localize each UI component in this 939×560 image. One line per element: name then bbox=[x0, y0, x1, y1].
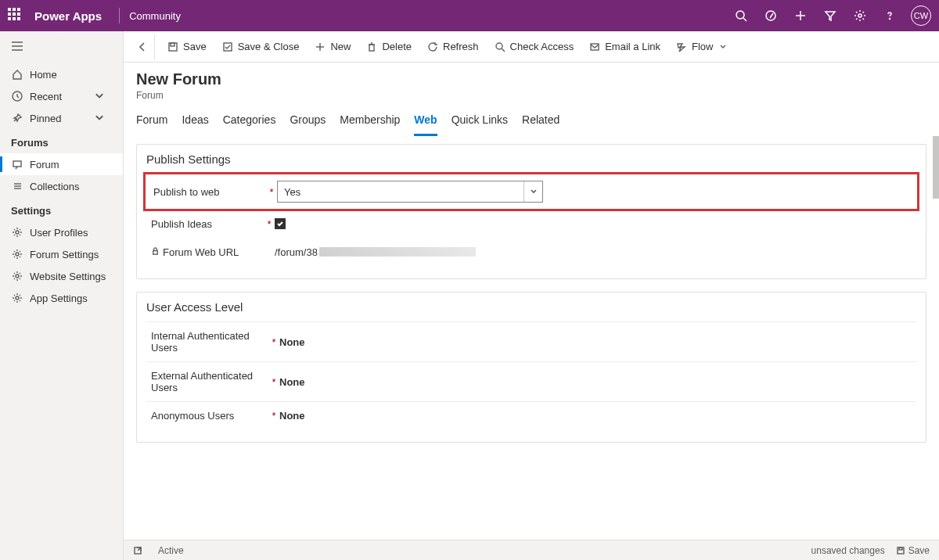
sidebar-group-forums: Forums bbox=[0, 129, 123, 153]
lock-icon bbox=[151, 246, 160, 258]
redacted-text bbox=[319, 247, 476, 257]
hamburger-icon[interactable] bbox=[0, 31, 123, 63]
plus-icon bbox=[315, 41, 326, 52]
brand-label: Power Apps bbox=[34, 9, 102, 23]
save-close-button[interactable]: Save & Close bbox=[214, 34, 308, 59]
cmd-label: Flow bbox=[692, 41, 713, 52]
record-state: Active bbox=[158, 545, 184, 556]
save-button[interactable]: Save bbox=[160, 34, 214, 59]
gear-icon bbox=[11, 270, 23, 282]
status-save-button[interactable]: Save bbox=[896, 545, 930, 556]
chevron-down-icon bbox=[718, 41, 729, 52]
svg-rect-20 bbox=[171, 43, 174, 46]
delete-button[interactable]: Delete bbox=[358, 34, 419, 59]
svg-point-2 bbox=[766, 11, 775, 20]
sidebar-group-settings: Settings bbox=[0, 197, 123, 221]
svg-point-17 bbox=[16, 275, 19, 278]
list-icon bbox=[11, 180, 23, 192]
main-region: Save Save & Close New Delete Refresh Che… bbox=[124, 31, 939, 560]
cmd-label: Save & Close bbox=[238, 41, 300, 52]
gear-icon bbox=[11, 226, 23, 239]
user-avatar[interactable]: CW bbox=[911, 5, 931, 26]
app-launcher-icon[interactable] bbox=[8, 8, 23, 23]
environment-label[interactable]: Community bbox=[129, 10, 181, 22]
back-button[interactable] bbox=[130, 34, 155, 59]
flow-icon bbox=[676, 41, 687, 52]
section-title: Publish Settings bbox=[146, 153, 916, 166]
sidebar-item-app-settings[interactable]: App Settings bbox=[0, 287, 123, 309]
scrollbar[interactable] bbox=[933, 136, 939, 199]
anon-users-label: Anonymous Users bbox=[151, 410, 268, 422]
select-value: Yes bbox=[284, 186, 300, 198]
gear-icon bbox=[11, 248, 23, 260]
sidebar-item-website-settings[interactable]: Website Settings bbox=[0, 265, 123, 287]
sidebar-label: Forum Settings bbox=[30, 249, 99, 260]
tab-membership[interactable]: Membership bbox=[340, 113, 400, 136]
svg-point-15 bbox=[16, 231, 19, 234]
publish-to-web-select[interactable]: Yes bbox=[277, 181, 543, 203]
tab-related[interactable]: Related bbox=[522, 113, 559, 136]
settings-icon[interactable] bbox=[847, 0, 873, 31]
help-icon[interactable] bbox=[876, 0, 903, 31]
tab-forum[interactable]: Forum bbox=[136, 113, 167, 136]
svg-rect-33 bbox=[898, 547, 904, 554]
top-bar: Power Apps Community CW bbox=[0, 0, 939, 31]
sidebar-item-forum[interactable]: Forum bbox=[0, 153, 123, 175]
svg-rect-24 bbox=[369, 45, 374, 51]
new-button[interactable]: New bbox=[307, 34, 358, 59]
publish-ideas-label: Publish Ideas bbox=[146, 218, 264, 230]
refresh-icon bbox=[427, 41, 438, 52]
tab-ideas[interactable]: Ideas bbox=[182, 113, 208, 136]
sidebar-item-forum-settings[interactable]: Forum Settings bbox=[0, 243, 123, 265]
filter-icon[interactable] bbox=[817, 0, 844, 31]
forum-web-url-label: Forum Web URL bbox=[146, 246, 264, 258]
sidebar-label: Website Settings bbox=[30, 271, 106, 282]
sidebar-item-collections[interactable]: Collections bbox=[0, 175, 123, 197]
clock-icon bbox=[11, 90, 23, 102]
internal-users-value[interactable]: None bbox=[279, 336, 305, 348]
email-link-button[interactable]: Email a Link bbox=[581, 34, 668, 59]
tab-categories[interactable]: Categories bbox=[223, 113, 276, 136]
unsaved-changes-label: unsaved changes bbox=[811, 545, 885, 556]
add-icon[interactable] bbox=[787, 0, 814, 31]
search-icon[interactable] bbox=[728, 0, 754, 31]
publish-settings-section: Publish Settings Publish to web * Yes bbox=[136, 144, 926, 279]
check-access-button[interactable]: Check Access bbox=[487, 34, 582, 59]
highlighted-field: Publish to web * Yes bbox=[143, 172, 919, 211]
svg-point-6 bbox=[890, 19, 890, 20]
svg-line-28 bbox=[502, 48, 505, 52]
target-icon[interactable] bbox=[757, 0, 784, 31]
chevron-down-icon bbox=[93, 112, 106, 124]
svg-point-18 bbox=[16, 296, 19, 300]
flow-button[interactable]: Flow bbox=[668, 34, 736, 59]
svg-point-27 bbox=[496, 43, 502, 49]
page-subtitle: Forum bbox=[136, 90, 926, 101]
sidebar-item-home[interactable]: Home bbox=[0, 63, 123, 85]
refresh-button[interactable]: Refresh bbox=[419, 34, 487, 59]
external-users-value[interactable]: None bbox=[279, 376, 305, 388]
sidebar-label: Recent bbox=[30, 91, 62, 102]
tab-list: Forum Ideas Categories Groups Membership… bbox=[124, 101, 939, 136]
sidebar: Home Recent Pinned Forums Forum Collecti… bbox=[0, 31, 124, 560]
svg-rect-34 bbox=[899, 547, 902, 550]
publish-ideas-checkbox[interactable] bbox=[275, 218, 286, 229]
sidebar-item-recent[interactable]: Recent bbox=[0, 85, 123, 107]
anon-users-value[interactable]: None bbox=[279, 410, 305, 422]
sidebar-item-pinned[interactable]: Pinned bbox=[0, 107, 123, 129]
tab-groups[interactable]: Groups bbox=[290, 113, 326, 136]
pin-icon bbox=[11, 112, 23, 124]
gear-icon bbox=[11, 292, 23, 304]
sidebar-item-user-profiles[interactable]: User Profiles bbox=[0, 221, 123, 243]
popout-icon[interactable] bbox=[133, 546, 142, 555]
sidebar-label: Forum bbox=[30, 159, 59, 171]
tab-web[interactable]: Web bbox=[414, 113, 437, 136]
user-access-section: User Access Level Internal Authenticated… bbox=[136, 292, 926, 443]
save-icon bbox=[167, 41, 178, 52]
tab-quick-links[interactable]: Quick Links bbox=[452, 113, 508, 136]
svg-rect-21 bbox=[224, 43, 232, 51]
trash-icon bbox=[366, 41, 377, 52]
save-close-icon bbox=[222, 41, 233, 52]
content-area: Publish Settings Publish to web * Yes bbox=[124, 136, 939, 540]
forum-web-url-value: /forum/38 bbox=[275, 246, 541, 258]
home-icon bbox=[11, 68, 23, 81]
